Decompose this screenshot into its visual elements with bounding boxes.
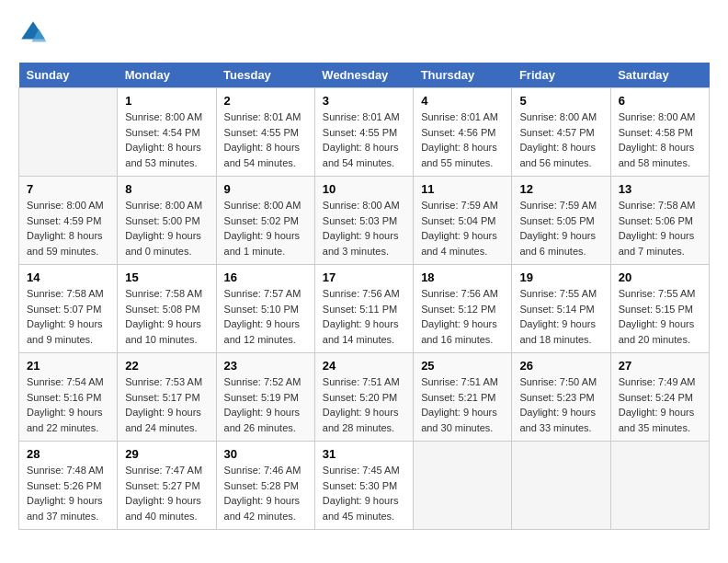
day-info: Sunrise: 7:56 AMSunset: 5:11 PMDaylight:… xyxy=(323,286,405,347)
sunset-text: Sunset: 4:59 PM xyxy=(27,215,101,226)
sunset-text: Sunset: 5:20 PM xyxy=(323,392,397,403)
daylight-text: Daylight: 9 hours and 35 minutes. xyxy=(619,407,695,433)
day-number: 15 xyxy=(125,270,208,284)
weekday-header-saturday: Saturday xyxy=(610,63,709,88)
week-row-2: 7Sunrise: 8:00 AMSunset: 4:59 PMDaylight… xyxy=(19,177,710,265)
sunset-text: Sunset: 5:04 PM xyxy=(421,215,495,226)
calendar-cell: 17Sunrise: 7:56 AMSunset: 5:11 PMDayligh… xyxy=(314,265,413,353)
day-info: Sunrise: 7:45 AMSunset: 5:30 PMDaylight:… xyxy=(323,463,405,523)
daylight-text: Daylight: 9 hours and 24 minutes. xyxy=(125,407,201,433)
weekday-header-friday: Friday xyxy=(512,63,610,88)
calendar-cell: 4Sunrise: 8:01 AMSunset: 4:56 PMDaylight… xyxy=(414,88,512,177)
calendar-cell: 24Sunrise: 7:51 AMSunset: 5:20 PMDayligh… xyxy=(314,353,413,442)
day-info: Sunrise: 7:51 AMSunset: 5:21 PMDaylight:… xyxy=(421,374,504,435)
day-number: 26 xyxy=(519,359,602,373)
sunrise-text: Sunrise: 7:46 AM xyxy=(224,465,301,476)
day-number: 2 xyxy=(224,94,307,108)
calendar-cell: 10Sunrise: 8:00 AMSunset: 5:03 PMDayligh… xyxy=(314,177,413,265)
sunset-text: Sunset: 4:55 PM xyxy=(323,127,397,138)
sunset-text: Sunset: 4:54 PM xyxy=(125,127,199,138)
sunrise-text: Sunrise: 7:56 AM xyxy=(421,288,498,299)
day-info: Sunrise: 7:58 AMSunset: 5:08 PMDaylight:… xyxy=(125,286,208,347)
calendar-cell: 20Sunrise: 7:55 AMSunset: 5:15 PMDayligh… xyxy=(610,265,709,353)
calendar-cell: 3Sunrise: 8:01 AMSunset: 4:55 PMDaylight… xyxy=(314,88,413,177)
sunset-text: Sunset: 5:10 PM xyxy=(224,304,299,315)
sunset-text: Sunset: 5:11 PM xyxy=(323,304,397,315)
sunset-text: Sunset: 5:23 PM xyxy=(519,392,594,403)
calendar-cell xyxy=(19,88,118,177)
day-number: 6 xyxy=(619,94,701,108)
daylight-text: Daylight: 9 hours and 4 minutes. xyxy=(421,230,497,257)
day-number: 4 xyxy=(421,94,504,108)
calendar-cell: 28Sunrise: 7:48 AMSunset: 5:26 PMDayligh… xyxy=(19,442,118,530)
daylight-text: Daylight: 9 hours and 37 minutes. xyxy=(27,495,103,522)
day-info: Sunrise: 7:46 AMSunset: 5:28 PMDaylight:… xyxy=(224,463,307,523)
calendar-cell: 18Sunrise: 7:56 AMSunset: 5:12 PMDayligh… xyxy=(414,265,512,353)
calendar-cell: 15Sunrise: 7:58 AMSunset: 5:08 PMDayligh… xyxy=(118,265,216,353)
daylight-text: Daylight: 9 hours and 45 minutes. xyxy=(323,495,399,522)
day-info: Sunrise: 7:54 AMSunset: 5:16 PMDaylight:… xyxy=(27,374,109,435)
day-info: Sunrise: 8:00 AMSunset: 5:02 PMDaylight:… xyxy=(224,198,307,259)
day-info: Sunrise: 7:58 AMSunset: 5:06 PMDaylight:… xyxy=(619,198,701,259)
sunset-text: Sunset: 5:21 PM xyxy=(421,392,495,403)
sunrise-text: Sunrise: 7:59 AM xyxy=(421,200,498,211)
day-number: 28 xyxy=(27,447,109,461)
day-number: 20 xyxy=(619,270,701,284)
week-row-4: 21Sunrise: 7:54 AMSunset: 5:16 PMDayligh… xyxy=(19,353,710,442)
day-info: Sunrise: 8:01 AMSunset: 4:56 PMDaylight:… xyxy=(421,109,504,170)
logo-icon xyxy=(18,18,48,48)
calendar-cell: 22Sunrise: 7:53 AMSunset: 5:17 PMDayligh… xyxy=(118,353,216,442)
weekday-header-thursday: Thursday xyxy=(414,63,512,88)
day-info: Sunrise: 8:00 AMSunset: 4:58 PMDaylight:… xyxy=(619,109,701,170)
daylight-text: Daylight: 9 hours and 26 minutes. xyxy=(224,407,301,433)
day-info: Sunrise: 8:00 AMSunset: 5:03 PMDaylight:… xyxy=(323,198,405,259)
calendar-cell xyxy=(610,442,709,530)
calendar-cell: 16Sunrise: 7:57 AMSunset: 5:10 PMDayligh… xyxy=(216,265,314,353)
sunrise-text: Sunrise: 8:01 AM xyxy=(421,111,498,122)
day-info: Sunrise: 7:58 AMSunset: 5:07 PMDaylight:… xyxy=(27,286,109,347)
calendar-cell xyxy=(512,442,610,530)
day-info: Sunrise: 7:55 AMSunset: 5:15 PMDaylight:… xyxy=(619,286,701,347)
daylight-text: Daylight: 8 hours and 56 minutes. xyxy=(519,142,596,168)
sunrise-text: Sunrise: 7:54 AM xyxy=(27,376,104,387)
sunrise-text: Sunrise: 7:49 AM xyxy=(619,376,696,387)
sunset-text: Sunset: 5:02 PM xyxy=(224,215,299,226)
sunset-text: Sunset: 5:07 PM xyxy=(27,304,101,315)
calendar-cell: 1Sunrise: 8:00 AMSunset: 4:54 PMDaylight… xyxy=(118,88,216,177)
sunset-text: Sunset: 5:06 PM xyxy=(619,215,693,226)
day-info: Sunrise: 7:51 AMSunset: 5:20 PMDaylight:… xyxy=(323,374,405,435)
daylight-text: Daylight: 8 hours and 58 minutes. xyxy=(619,142,695,168)
sunset-text: Sunset: 5:24 PM xyxy=(619,392,693,403)
sunrise-text: Sunrise: 7:51 AM xyxy=(421,376,498,387)
day-number: 30 xyxy=(224,447,307,461)
sunrise-text: Sunrise: 7:47 AM xyxy=(125,465,202,476)
sunrise-text: Sunrise: 7:58 AM xyxy=(125,288,202,299)
sunrise-text: Sunrise: 7:58 AM xyxy=(27,288,104,299)
day-number: 31 xyxy=(323,447,405,461)
day-number: 29 xyxy=(125,447,208,461)
sunrise-text: Sunrise: 7:59 AM xyxy=(519,200,597,211)
day-number: 14 xyxy=(27,270,109,284)
weekday-header-tuesday: Tuesday xyxy=(216,63,314,88)
daylight-text: Daylight: 9 hours and 20 minutes. xyxy=(619,318,695,345)
sunset-text: Sunset: 4:58 PM xyxy=(619,127,693,138)
sunset-text: Sunset: 5:08 PM xyxy=(125,304,199,315)
calendar-cell: 29Sunrise: 7:47 AMSunset: 5:27 PMDayligh… xyxy=(118,442,216,530)
calendar-cell: 11Sunrise: 7:59 AMSunset: 5:04 PMDayligh… xyxy=(414,177,512,265)
calendar-cell: 8Sunrise: 8:00 AMSunset: 5:00 PMDaylight… xyxy=(118,177,216,265)
logo xyxy=(18,18,51,48)
sunset-text: Sunset: 5:15 PM xyxy=(619,304,693,315)
sunrise-text: Sunrise: 7:45 AM xyxy=(323,465,400,476)
daylight-text: Daylight: 9 hours and 3 minutes. xyxy=(323,230,399,257)
sunset-text: Sunset: 5:16 PM xyxy=(27,392,101,403)
day-number: 10 xyxy=(323,182,405,196)
sunrise-text: Sunrise: 8:00 AM xyxy=(27,200,104,211)
day-number: 5 xyxy=(519,94,602,108)
day-info: Sunrise: 8:01 AMSunset: 4:55 PMDaylight:… xyxy=(323,109,405,170)
sunrise-text: Sunrise: 7:56 AM xyxy=(323,288,400,299)
day-number: 16 xyxy=(224,270,307,284)
sunset-text: Sunset: 5:12 PM xyxy=(421,304,495,315)
sunset-text: Sunset: 4:55 PM xyxy=(224,127,299,138)
sunrise-text: Sunrise: 8:00 AM xyxy=(125,200,202,211)
calendar-cell: 12Sunrise: 7:59 AMSunset: 5:05 PMDayligh… xyxy=(512,177,610,265)
